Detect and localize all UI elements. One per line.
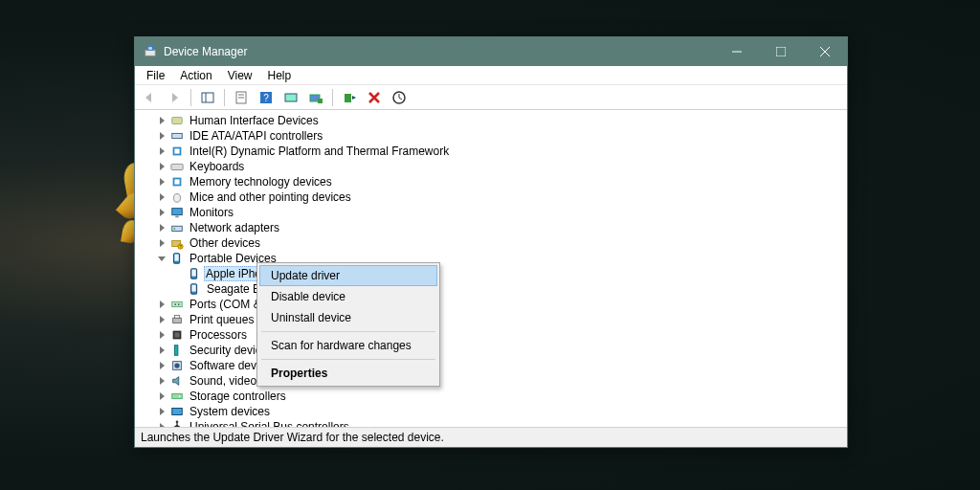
printer-icon: [169, 312, 185, 327]
chevron-right-icon[interactable]: [156, 176, 167, 188]
tree-category-label: Other devices: [189, 236, 261, 250]
chevron-right-icon[interactable]: [156, 375, 167, 387]
tree-category-label: Print queues: [189, 313, 255, 326]
menu-file[interactable]: File: [139, 66, 172, 85]
ports-icon: [169, 297, 185, 312]
context-menu-item[interactable]: Update driver: [259, 265, 437, 286]
context-menu-item[interactable]: Properties: [259, 363, 437, 384]
scan-hardware-icon[interactable]: [280, 87, 301, 108]
minimize-button[interactable]: [715, 37, 759, 66]
tree-category[interactable]: Human Interface Devices: [135, 113, 847, 128]
menu-action[interactable]: Action: [172, 66, 219, 85]
chevron-right-icon[interactable]: [156, 161, 167, 172]
tree-category[interactable]: Keyboards: [135, 159, 847, 174]
context-menu-item[interactable]: Scan for hardware changes: [259, 335, 437, 356]
chevron-right-icon[interactable]: [156, 360, 167, 371]
chevron-right-icon[interactable]: [156, 390, 167, 402]
tree-category-label: Ports (COM &: [189, 298, 262, 311]
tree-category[interactable]: Ports (COM &: [135, 297, 847, 312]
tree-category-label: Processors: [189, 328, 248, 342]
titlebar[interactable]: Device Manager: [135, 37, 847, 66]
system-icon: [169, 404, 185, 419]
tree-category[interactable]: Software devi: [135, 358, 847, 373]
help-icon[interactable]: ?: [256, 87, 277, 108]
tree-category-label: Intel(R) Dynamic Platform and Thermal Fr…: [189, 145, 450, 158]
tree-category[interactable]: Intel(R) Dynamic Platform and Thermal Fr…: [135, 144, 847, 159]
chevron-right-icon[interactable]: [156, 207, 167, 218]
chevron-right-icon[interactable]: [156, 115, 167, 126]
chevron-right-icon[interactable]: [156, 145, 167, 157]
tree-category[interactable]: Memory technology devices: [135, 174, 847, 189]
context-menu-separator: [261, 359, 435, 360]
chevron-right-icon[interactable]: [156, 421, 167, 427]
properties-icon[interactable]: [231, 87, 252, 108]
svg-point-38: [178, 303, 180, 305]
chevron-right-icon[interactable]: [156, 222, 167, 234]
software-icon: [169, 358, 185, 373]
toolbar-separator: [224, 89, 225, 106]
menu-view[interactable]: View: [220, 66, 260, 85]
chevron-right-icon[interactable]: [156, 314, 167, 325]
chevron-right-icon[interactable]: [156, 406, 167, 417]
tree-category[interactable]: Storage controllers: [135, 389, 847, 404]
tree-category[interactable]: Universal Serial Bus controllers: [135, 419, 847, 427]
chevron-right-icon[interactable]: [156, 329, 167, 341]
tree-category[interactable]: Print queues: [135, 312, 847, 327]
svg-rect-31: [174, 255, 178, 261]
tree-item[interactable]: Apple iPhone: [135, 266, 847, 281]
tree-category[interactable]: ?Other devices: [135, 235, 847, 251]
tree-category[interactable]: System devices: [135, 404, 847, 419]
tree-category[interactable]: IDE ATA/ATAPI controllers: [135, 128, 847, 144]
show-hide-tree-icon[interactable]: [197, 87, 218, 108]
svg-text:?: ?: [263, 93, 269, 103]
menu-help[interactable]: Help: [260, 66, 300, 85]
maximize-button[interactable]: [759, 37, 803, 66]
chevron-down-icon[interactable]: [156, 253, 167, 264]
chevron-right-icon[interactable]: [156, 345, 167, 356]
update-driver-icon[interactable]: [305, 87, 326, 108]
svg-rect-23: [172, 209, 183, 215]
tree-category[interactable]: Processors: [135, 327, 847, 343]
close-button[interactable]: [803, 37, 847, 66]
svg-rect-33: [191, 270, 195, 277]
context-menu: Update driverDisable deviceUninstall dev…: [256, 262, 440, 387]
enable-icon[interactable]: [339, 87, 360, 108]
sound-icon: [169, 373, 185, 389]
tree-category[interactable]: Mice and other pointing devices: [135, 189, 847, 205]
device-tree[interactable]: Human Interface DevicesIDE ATA/ATAPI con…: [135, 111, 847, 427]
tree-category[interactable]: Monitors: [135, 205, 847, 220]
context-menu-item[interactable]: Uninstall device: [259, 307, 437, 328]
chevron-right-icon[interactable]: [156, 191, 167, 203]
portable-icon: [187, 266, 202, 281]
usb-icon: [169, 419, 185, 427]
uninstall-icon[interactable]: [364, 87, 385, 108]
tree-category[interactable]: Portable Devices: [135, 251, 847, 266]
storage-icon: [169, 389, 185, 404]
context-menu-item[interactable]: Disable device: [259, 286, 437, 307]
chevron-right-icon[interactable]: [156, 299, 167, 310]
svg-rect-16: [172, 133, 183, 138]
tree-category[interactable]: Security devic: [135, 343, 847, 358]
action-icon[interactable]: [389, 87, 410, 108]
tree-category[interactable]: Network adapters: [135, 220, 847, 235]
svg-point-26: [174, 228, 176, 230]
svg-rect-15: [172, 118, 183, 124]
monitor-icon: [169, 205, 185, 220]
tree-category[interactable]: Sound, video: [135, 373, 847, 389]
mouse-icon: [169, 189, 185, 205]
forward-icon[interactable]: [164, 87, 185, 108]
svg-rect-0: [145, 50, 156, 56]
portable-icon: [169, 251, 185, 266]
device-manager-window: Device Manager File Action View Help ? H…: [134, 36, 848, 448]
svg-rect-18: [174, 148, 179, 153]
svg-rect-19: [171, 164, 183, 169]
app-icon: [143, 44, 158, 59]
svg-point-37: [174, 303, 176, 305]
svg-rect-40: [174, 316, 179, 319]
chevron-right-icon[interactable]: [156, 237, 167, 249]
tree-item[interactable]: Seagate E: [135, 281, 847, 297]
back-icon[interactable]: [139, 87, 160, 108]
tree-category-label: Human Interface Devices: [189, 114, 320, 127]
chevron-right-icon[interactable]: [156, 130, 167, 142]
svg-point-22: [174, 194, 181, 203]
